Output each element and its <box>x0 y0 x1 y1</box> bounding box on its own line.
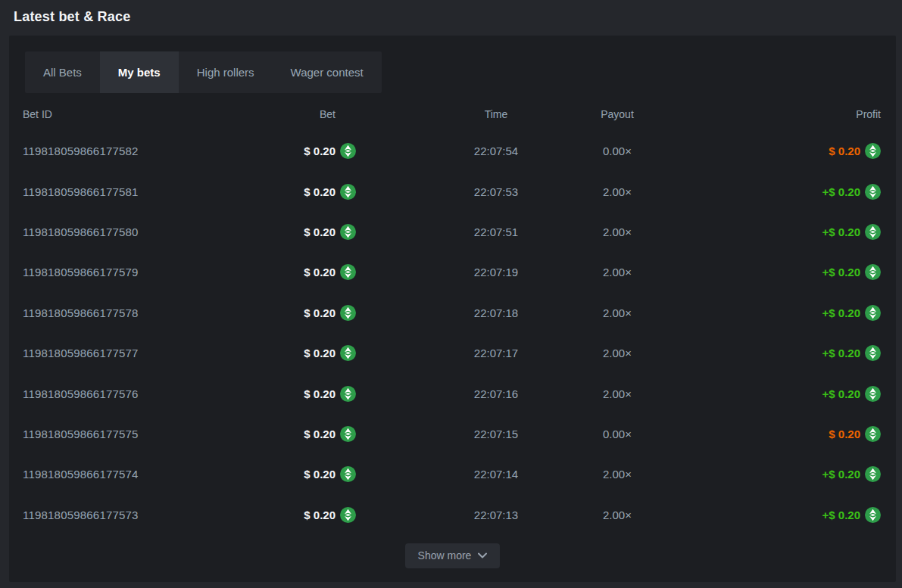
bet-amount: $ 0.20 <box>304 226 336 238</box>
bet-amount: $ 0.20 <box>304 306 336 319</box>
tab-high-rollers[interactable]: High rollers <box>179 51 273 93</box>
header-bet: Bet <box>242 108 356 120</box>
bet-amount: $ 0.20 <box>304 509 336 521</box>
bet-time: 22:07:51 <box>432 226 560 238</box>
bet-id-value[interactable]: 119818059866177578 <box>23 306 242 319</box>
header-payout: Payout <box>560 108 674 120</box>
header-bet-id: Bet ID <box>23 108 242 120</box>
bet-payout: 2.00× <box>560 347 674 359</box>
bet-table-row[interactable]: 119818059866177582 $ 0.20 22:07:54 0.00×… <box>23 131 881 171</box>
profit-cell: +$ 0.20 <box>674 507 881 523</box>
profit-cell: +$ 0.20 <box>674 305 881 321</box>
bets-table: Bet ID Bet Time Payout Profit 1198180598… <box>9 97 896 535</box>
ethereum-classic-coin-icon <box>865 184 881 200</box>
tab-my-bets[interactable]: My bets <box>100 51 179 93</box>
bet-time: 22:07:15 <box>432 428 560 440</box>
bet-table-row[interactable]: 119818059866177575 $ 0.20 22:07:15 0.00×… <box>23 414 881 454</box>
bet-table-row[interactable]: 119818059866177574 $ 0.20 22:07:14 2.00×… <box>23 454 881 494</box>
page-title: Latest bet & Race <box>14 9 130 25</box>
bet-payout: 2.00× <box>560 468 674 481</box>
bet-id-value[interactable]: 119818059866177577 <box>23 347 242 359</box>
ethereum-classic-coin-icon <box>340 386 356 402</box>
bet-table-row[interactable]: 119818059866177581 $ 0.20 22:07:53 2.00×… <box>23 171 881 211</box>
bet-id-value[interactable]: 119818059866177576 <box>23 387 242 400</box>
bet-cell: $ 0.20 <box>242 345 356 361</box>
bet-cell: $ 0.20 <box>242 426 356 442</box>
show-more-button[interactable]: Show more <box>405 543 501 568</box>
bet-payout: 2.00× <box>560 226 674 238</box>
ethereum-classic-coin-icon <box>340 507 356 523</box>
bet-cell: $ 0.20 <box>242 184 356 200</box>
bet-payout: 2.00× <box>560 306 674 319</box>
profit-amount: +$ 0.20 <box>822 387 860 400</box>
bet-cell: $ 0.20 <box>242 466 356 482</box>
profit-amount: +$ 0.20 <box>822 185 860 198</box>
section-title-bar: Latest bet & Race <box>0 0 902 34</box>
profit-cell: +$ 0.20 <box>674 345 881 361</box>
bet-table-row[interactable]: 119818059866177576 $ 0.20 22:07:16 2.00×… <box>23 373 881 413</box>
profit-cell: +$ 0.20 <box>674 466 881 482</box>
bet-table-row[interactable]: 119818059866177577 $ 0.20 22:07:17 2.00×… <box>23 333 881 373</box>
ethereum-classic-coin-icon <box>340 345 356 361</box>
bet-cell: $ 0.20 <box>242 386 356 402</box>
header-profit: Profit <box>674 108 881 120</box>
bets-table-body: 119818059866177582 $ 0.20 22:07:54 0.00×… <box>23 131 881 535</box>
profit-amount: $ 0.20 <box>829 428 860 440</box>
bet-amount: $ 0.20 <box>304 387 336 400</box>
bets-tab-bar: All Bets My bets High rollers Wager cont… <box>25 51 382 93</box>
bet-amount: $ 0.20 <box>304 266 336 278</box>
bet-table-row[interactable]: 119818059866177580 $ 0.20 22:07:51 2.00×… <box>23 212 881 252</box>
bet-cell: $ 0.20 <box>242 264 356 280</box>
ethereum-classic-coin-icon <box>865 305 881 321</box>
profit-cell: +$ 0.20 <box>674 224 881 240</box>
bet-time: 22:07:16 <box>432 387 560 400</box>
ethereum-classic-coin-icon <box>340 305 356 321</box>
bet-amount: $ 0.20 <box>304 185 336 198</box>
profit-amount: $ 0.20 <box>829 145 860 157</box>
chevron-down-icon <box>478 552 487 558</box>
ethereum-classic-coin-icon <box>865 264 881 280</box>
ethereum-classic-coin-icon <box>340 426 356 442</box>
bet-payout: 2.00× <box>560 509 674 521</box>
profit-amount: +$ 0.20 <box>822 347 860 359</box>
bet-id-value[interactable]: 119818059866177575 <box>23 428 242 440</box>
bet-time: 22:07:54 <box>432 145 560 157</box>
bet-id-value[interactable]: 119818059866177581 <box>23 185 242 198</box>
bet-id-value[interactable]: 119818059866177579 <box>23 266 242 278</box>
bet-payout: 2.00× <box>560 387 674 400</box>
bets-panel: All Bets My bets High rollers Wager cont… <box>9 36 896 582</box>
profit-cell: +$ 0.20 <box>674 264 881 280</box>
bet-id-value[interactable]: 119818059866177574 <box>23 468 242 481</box>
bet-id-value[interactable]: 119818059866177580 <box>23 226 242 238</box>
bet-payout: 0.00× <box>560 428 674 440</box>
profit-cell: $ 0.20 <box>674 143 881 159</box>
bet-cell: $ 0.20 <box>242 143 356 159</box>
bet-id-value[interactable]: 119818059866177582 <box>23 145 242 157</box>
bet-payout: 0.00× <box>560 145 674 157</box>
bet-amount: $ 0.20 <box>304 347 336 359</box>
bet-time: 22:07:13 <box>432 509 560 521</box>
ethereum-classic-coin-icon <box>340 466 356 482</box>
bet-cell: $ 0.20 <box>242 305 356 321</box>
bet-table-row[interactable]: 119818059866177573 $ 0.20 22:07:13 2.00×… <box>23 495 881 535</box>
bet-table-row[interactable]: 119818059866177578 $ 0.20 22:07:18 2.00×… <box>23 293 881 333</box>
bet-payout: 2.00× <box>560 185 674 198</box>
bet-time: 22:07:18 <box>432 306 560 319</box>
latest-bet-race-page: { "page": { "title": "Latest bet & Race"… <box>0 0 902 588</box>
profit-amount: +$ 0.20 <box>822 306 860 319</box>
show-more-label: Show more <box>418 549 472 562</box>
bet-payout: 2.00× <box>560 266 674 278</box>
tab-wager-contest[interactable]: Wager contest <box>273 51 382 93</box>
profit-cell: +$ 0.20 <box>674 386 881 402</box>
ethereum-classic-coin-icon <box>865 386 881 402</box>
ethereum-classic-coin-icon <box>865 143 881 159</box>
profit-amount: +$ 0.20 <box>822 226 860 238</box>
ethereum-classic-coin-icon <box>865 507 881 523</box>
profit-cell: $ 0.20 <box>674 426 881 442</box>
bet-time: 22:07:53 <box>432 185 560 198</box>
bet-id-value[interactable]: 119818059866177573 <box>23 509 242 521</box>
bet-table-row[interactable]: 119818059866177579 $ 0.20 22:07:19 2.00×… <box>23 252 881 292</box>
profit-amount: +$ 0.20 <box>822 468 860 481</box>
tab-all-bets[interactable]: All Bets <box>25 51 100 93</box>
ethereum-classic-coin-icon <box>340 224 356 240</box>
